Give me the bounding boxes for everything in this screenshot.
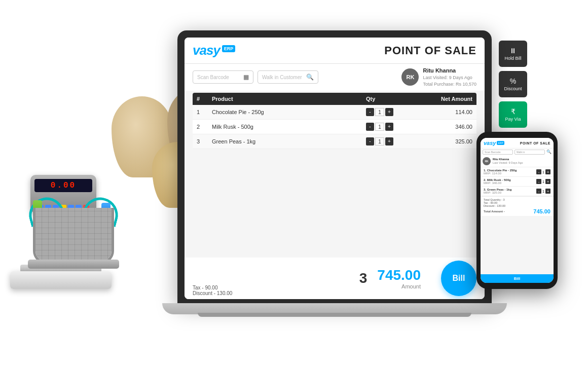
phone-scan-input[interactable]: Scan Barcode — [483, 150, 513, 155]
phone-minus-2[interactable]: - — [536, 179, 541, 184]
laptop: ⏸ Hold Bill % Discount ₹ Pay Via vasy — [177, 30, 492, 324]
amount-label: Amount — [377, 283, 421, 289]
row1-qty-val: 1 — [375, 108, 384, 116]
phone-logo: vasy ERP — [484, 140, 504, 146]
phone-total-row: Total Amount - 745.00 — [484, 208, 550, 214]
row2-amount: 346.00 — [417, 124, 472, 130]
customer-info: RK Ritu Khanna Last Visited: 9 Days Ago … — [401, 67, 476, 88]
phone-logo-erp: ERP — [497, 141, 504, 145]
logo-vasy: vasy — [193, 43, 220, 58]
phone-search-icon: 🔍 — [546, 150, 552, 155]
customer-last-visited: Last Visited: 9 Days Ago — [423, 75, 476, 81]
phone-bill-button[interactable]: Bill — [481, 274, 554, 283]
pos-header: vasy ERP POINT OF SALE — [185, 38, 485, 64]
phone-customer-sub: Last Visited: 9 Days Ago — [493, 161, 523, 165]
row1-qty-control: - 1 + — [366, 108, 417, 116]
phone-minus-3[interactable]: - — [536, 189, 541, 194]
phone-header: vasy ERP POINT OF SALE — [481, 138, 554, 149]
row1-qty-plus[interactable]: + — [385, 108, 393, 116]
search-icon: 🔍 — [306, 74, 314, 81]
phone-item-3: 3. Green Peas - 1kg MRP: 325.00 - 1 + — [481, 187, 554, 196]
walkin-placeholder: Walk in Customer — [262, 75, 302, 80]
basket-body — [33, 208, 114, 264]
phone-walkin-input[interactable]: Walk in — [514, 150, 545, 155]
total-qty-area: 3 — [359, 270, 368, 286]
col-qty: Qty — [366, 96, 417, 102]
logo-erp: ERP — [222, 45, 236, 52]
phone-item-3-details: 3. Green Peas - 1kg MRP: 325.00 — [484, 188, 511, 194]
basket-base — [28, 260, 119, 269]
pay-via-label: Pay Via — [505, 117, 521, 122]
phone-minus-1[interactable]: - — [536, 169, 541, 174]
scale-platform — [10, 271, 112, 289]
row3-qty-val: 1 — [375, 137, 384, 145]
phone-frame: vasy ERP POINT OF SALE Scan Barcode Walk… — [476, 132, 558, 289]
basket-grid — [35, 208, 112, 261]
row1-num: 1 — [197, 109, 212, 115]
pos-action-buttons: ⏸ Hold Bill % Discount ₹ Pay Via — [499, 41, 527, 128]
pos-footer: Tax - 90.00 Discount - 130.00 3 745.00 A… — [185, 258, 485, 299]
row2-num: 2 — [197, 124, 212, 130]
pos-table: # Product Qty Net Amount 1 Chocolate Pie… — [185, 91, 485, 258]
customer-avatar: RK — [401, 68, 419, 86]
pos-logo: vasy ERP — [193, 43, 235, 58]
row3-product: Green Peas - 1kg — [212, 138, 366, 144]
pos-toolbar: Scan Barcode ▦ Walk in Customer 🔍 RK Rit… — [185, 64, 485, 91]
bill-button[interactable]: Bill — [441, 261, 476, 296]
row2-qty-val: 1 — [375, 123, 384, 131]
row3-qty-plus[interactable]: + — [385, 137, 393, 145]
phone-plus-1[interactable]: + — [545, 169, 550, 174]
row2-qty-minus[interactable]: - — [366, 123, 374, 131]
phone-pos-title: POINT OF SALE — [520, 141, 550, 145]
rupee-icon: ₹ — [511, 107, 516, 116]
phone-summary: Total Quantity - 3 Tax - 90.00 Discount … — [481, 196, 554, 216]
col-amount: Net Amount — [417, 96, 472, 102]
barcode-icon: ▦ — [243, 74, 249, 81]
phone-item-2-details: 2. Milk Rusk - 500g MRP: 346.00 — [484, 178, 511, 185]
hold-bill-label: Hold Bill — [504, 56, 521, 61]
scan-barcode-input[interactable]: Scan Barcode ▦ — [193, 70, 253, 84]
phone-avatar: RK — [483, 157, 491, 165]
walk-in-input[interactable]: Walk in Customer 🔍 — [258, 70, 318, 84]
laptop-base-bottom — [198, 313, 471, 317]
phone-qty-1: 1 — [542, 170, 544, 174]
customer-name: Ritu Khanna — [423, 67, 476, 75]
discount-button[interactable]: % Discount — [499, 71, 527, 97]
phone-plus-2[interactable]: + — [545, 179, 550, 184]
phone-item-1: 1. Chocolate Pie - 250g MRP: 114.00 - 1 … — [481, 167, 554, 177]
main-scene: 0.00 — [0, 0, 588, 365]
laptop-bezel: vasy ERP POINT OF SALE Scan Barcode ▦ Wa… — [185, 38, 485, 299]
row1-amount: 114.00 — [417, 109, 472, 115]
row2-qty-plus[interactable]: + — [385, 123, 393, 131]
phone-qty-2: 1 — [542, 180, 544, 184]
row3-qty-minus[interactable]: - — [366, 137, 374, 145]
phone-qty-3: 1 — [542, 190, 544, 193]
row3-qty-control: - 1 + — [366, 137, 417, 145]
customer-details: Ritu Khanna Last Visited: 9 Days Ago Tot… — [423, 67, 476, 88]
table-row: 2 Milk Rusk - 500g - 1 + 346.00 — [193, 120, 476, 134]
tax-label: Tax - 90.00 — [193, 285, 232, 290]
phone-item-2: 2. Milk Rusk - 500g MRP: 346.00 - 1 + — [481, 177, 554, 187]
pos-screen: vasy ERP POINT OF SALE Scan Barcode ▦ Wa… — [185, 38, 485, 299]
table-row: 3 Green Peas - 1kg - 1 + 325.00 — [193, 134, 476, 149]
total-amount: 745.00 — [377, 267, 421, 283]
tax-discount: Tax - 90.00 Discount - 130.00 — [193, 285, 232, 296]
col-num: # — [197, 96, 212, 102]
phone-logo-vasy: vasy — [484, 140, 496, 146]
pay-via-button[interactable]: ₹ Pay Via — [499, 101, 527, 128]
discount-label: Discount — [504, 86, 522, 91]
shopping-basket — [23, 177, 124, 269]
table-row: 1 Chocolate Pie - 250g - 1 + 114.00 — [193, 105, 476, 120]
phone-customer-info: Ritu Khanna Last Visited: 9 Days Ago — [493, 158, 523, 165]
phone-plus-3[interactable]: + — [545, 189, 550, 194]
hold-bill-button[interactable]: ⏸ Hold Bill — [499, 41, 527, 67]
row1-qty-minus[interactable]: - — [366, 108, 374, 116]
phone-customer: RK Ritu Khanna Last Visited: 9 Days Ago — [481, 156, 554, 167]
row3-num: 3 — [197, 138, 212, 144]
total-amount-area: 745.00 Amount — [377, 267, 421, 289]
mobile-phone: vasy ERP POINT OF SALE Scan Barcode Walk… — [476, 132, 558, 289]
total-qty: 3 — [359, 270, 368, 286]
phone-item-1-qty: - 1 + — [536, 169, 550, 174]
row3-amount: 325.00 — [417, 138, 472, 144]
laptop-frame: vasy ERP POINT OF SALE Scan Barcode ▦ Wa… — [177, 30, 492, 304]
